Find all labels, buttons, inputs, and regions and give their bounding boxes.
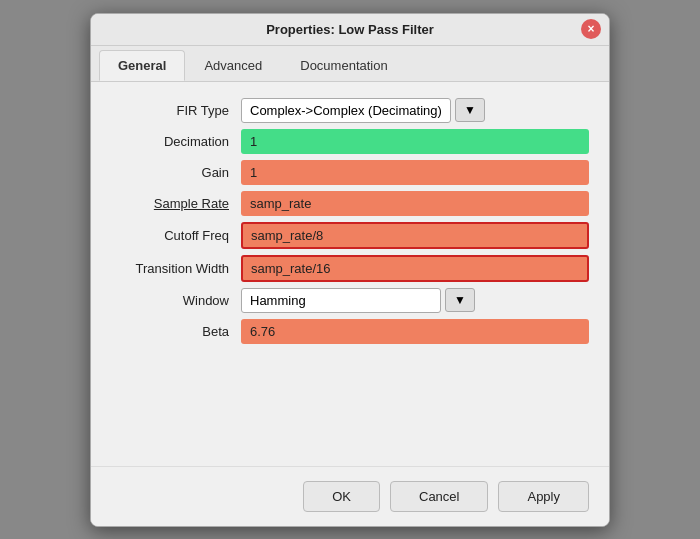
- gain-label: Gain: [111, 165, 241, 180]
- close-button[interactable]: ×: [581, 19, 601, 39]
- ok-button[interactable]: OK: [303, 481, 380, 512]
- spacer: [111, 350, 589, 450]
- form-content: FIR Type Complex->Complex (Decimating) ▼…: [91, 82, 609, 466]
- dialog-title: Properties: Low Pass Filter: [266, 22, 434, 37]
- transition-width-row: Transition Width: [111, 255, 589, 282]
- transition-width-label: Transition Width: [111, 261, 241, 276]
- cancel-button[interactable]: Cancel: [390, 481, 488, 512]
- beta-label: Beta: [111, 324, 241, 339]
- title-bar: Properties: Low Pass Filter ×: [91, 14, 609, 46]
- tab-general[interactable]: General: [99, 50, 185, 81]
- window-select[interactable]: Hamming: [241, 288, 441, 313]
- decimation-input[interactable]: [241, 129, 589, 154]
- window-row: Window Hamming ▼: [111, 288, 589, 313]
- gain-row: Gain: [111, 160, 589, 185]
- fir-type-row: FIR Type Complex->Complex (Decimating) ▼: [111, 98, 589, 123]
- beta-input[interactable]: [241, 319, 589, 344]
- apply-button[interactable]: Apply: [498, 481, 589, 512]
- transition-width-input[interactable]: [241, 255, 589, 282]
- tab-documentation[interactable]: Documentation: [281, 50, 406, 81]
- tab-bar: General Advanced Documentation: [91, 46, 609, 82]
- window-label: Window: [111, 293, 241, 308]
- tab-advanced[interactable]: Advanced: [185, 50, 281, 81]
- gain-input[interactable]: [241, 160, 589, 185]
- window-dropdown-row: Hamming ▼: [241, 288, 475, 313]
- window-dropdown-arrow[interactable]: ▼: [445, 288, 475, 312]
- dialog: Properties: Low Pass Filter × General Ad…: [90, 13, 610, 527]
- fir-type-label: FIR Type: [111, 103, 241, 118]
- decimation-label: Decimation: [111, 134, 241, 149]
- sample-rate-label: Sample Rate: [111, 196, 241, 211]
- fir-type-dropdown-arrow[interactable]: ▼: [455, 98, 485, 122]
- cutoff-freq-input[interactable]: [241, 222, 589, 249]
- cutoff-freq-row: Cutoff Freq: [111, 222, 589, 249]
- cutoff-freq-label: Cutoff Freq: [111, 228, 241, 243]
- fir-type-select[interactable]: Complex->Complex (Decimating): [241, 98, 451, 123]
- fir-type-dropdown-row: Complex->Complex (Decimating) ▼: [241, 98, 485, 123]
- footer: OK Cancel Apply: [91, 466, 609, 526]
- sample-rate-row: Sample Rate: [111, 191, 589, 216]
- beta-row: Beta: [111, 319, 589, 344]
- decimation-row: Decimation: [111, 129, 589, 154]
- sample-rate-input[interactable]: [241, 191, 589, 216]
